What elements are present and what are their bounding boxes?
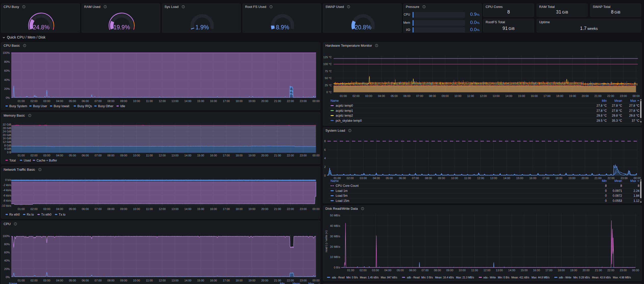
svg-text:60%: 60% [4,251,10,254]
svg-text:03:00: 03:00 [372,269,379,272]
svg-text:Mean: Mean [614,99,622,103]
svg-text:05:00: 05:00 [397,269,404,272]
svg-text:11:00: 11:00 [146,207,153,211]
svg-text:22:00: 22:00 [607,94,614,97]
svg-text:06:00: 06:00 [82,207,89,211]
svg-text:23:00: 23:00 [300,279,307,282]
svg-text:20%: 20% [4,267,10,270]
svg-text:21:00: 21:00 [595,177,602,180]
svg-text:sdb - Write: sdb - Write [559,276,571,279]
svg-text:12:00: 12:00 [159,100,166,103]
svg-text:14:00: 14:00 [184,100,192,103]
svg-text:35.3 °C: 35.3 °C [612,119,622,122]
svg-text:8 GiB: 8 GiB [4,144,11,147]
svg-text:07:00: 07:00 [416,94,423,97]
svg-text:11:00: 11:00 [146,279,153,282]
svg-text:18:00: 18:00 [236,279,243,282]
svg-text:19:00: 19:00 [248,279,256,282]
svg-text:07:00: 07:00 [95,100,102,103]
svg-text:Max: Max [308,282,314,284]
svg-text:12:00: 12:00 [159,154,166,157]
svg-text:17:00: 17:00 [223,207,230,211]
svg-text:CPU Core Count: CPU Core Count [336,184,359,188]
svg-text:21:00: 21:00 [274,279,281,282]
svg-text:16:00: 16:00 [529,177,536,180]
svg-text:30 MB/s: 30 MB/s [330,235,340,238]
svg-text:08:00: 08:00 [425,177,432,180]
svg-text:Min: Min [602,99,607,103]
svg-text:24.8%: 24.8% [33,24,49,31]
svg-text:4 GiB: 4 GiB [4,147,11,150]
svg-text:06:00: 06:00 [82,279,89,282]
svg-text:08:00: 08:00 [429,94,436,97]
svg-text:07:00: 07:00 [95,279,102,282]
svg-text:07:00: 07:00 [412,177,419,180]
svg-text:16:00: 16:00 [210,279,217,282]
svg-text:16:00: 16:00 [210,100,217,103]
svg-text:37 °C: 37 °C [632,119,639,122]
svg-text:10:00: 10:00 [133,154,140,157]
svg-text:07:00: 07:00 [422,269,429,272]
svg-text:12:00: 12:00 [483,269,490,272]
svg-text:04:00: 04:00 [56,100,63,103]
svg-text:16:00: 16:00 [533,269,540,272]
svg-text:22:00: 22:00 [287,154,294,157]
svg-text:sda - Write: sda - Write [483,276,496,279]
svg-text:100%: 100% [3,234,10,238]
svg-text:Load 1m: Load 1m [336,189,348,193]
svg-text:10:00: 10:00 [454,94,461,97]
svg-text:50 °C: 50 °C [325,77,332,80]
svg-text:08:00: 08:00 [107,279,115,282]
svg-text:09:00: 09:00 [120,279,127,282]
svg-text:sdb - Read: sdb - Read [407,276,420,279]
svg-text:12:00: 12:00 [477,177,484,180]
svg-text:1.84: 1.84 [634,194,640,197]
svg-text:-8 kb/s: -8 kb/s [3,199,11,202]
svg-text:-6 kb/s: -6 kb/s [3,194,11,197]
svg-text:10:00: 10:00 [133,279,140,282]
svg-text:20%: 20% [4,87,10,90]
svg-text:Load 5m: Load 5m [336,194,348,197]
svg-text:Idle: Idle [120,104,125,108]
svg-text:02:00: 02:00 [347,177,354,180]
svg-text:12:00: 12:00 [159,279,166,282]
svg-text:18:00: 18:00 [236,154,243,157]
svg-text:Max: 21.3 MB/s: Max: 21.3 MB/s [456,276,474,279]
svg-text:02:00: 02:00 [31,207,38,211]
svg-text:09:00: 09:00 [120,207,127,211]
svg-text:10 MB/s: 10 MB/s [330,255,340,258]
svg-text:05:00: 05:00 [69,154,76,157]
svg-text:06:00: 06:00 [409,269,416,272]
svg-text:Busy Iowait: Busy Iowait [54,104,69,108]
svg-text:Min: 9.28 kB/s: Min: 9.28 kB/s [573,276,590,279]
svg-text:Busy IRQs: Busy IRQs [78,104,92,108]
svg-text:05:00: 05:00 [69,207,76,211]
svg-text:00:00: 00:00 [312,279,320,282]
svg-text:13:00: 13:00 [493,94,500,97]
svg-text:04:00: 04:00 [384,269,392,272]
svg-text:03:00: 03:00 [360,177,367,180]
svg-text:Load 15m: Load 15m [336,199,349,203]
svg-text:23:00: 23:00 [300,154,307,157]
svg-text:Min: Min [280,282,285,284]
svg-text:09:00: 09:00 [120,154,127,157]
svg-text:19.9%: 19.9% [113,24,130,31]
svg-text:8: 8 [638,184,639,188]
svg-text:14:00: 14:00 [508,269,515,272]
svg-text:09:00: 09:00 [120,100,127,103]
svg-text:10:00: 10:00 [451,177,458,180]
svg-text:27.8 °C: 27.8 °C [597,104,607,107]
svg-text:0.0872: 0.0872 [613,194,622,197]
svg-text:21:00: 21:00 [274,100,281,103]
svg-text:11:00: 11:00 [464,177,471,180]
svg-text:20:00: 20:00 [261,207,268,211]
svg-text:14:00: 14:00 [184,279,192,282]
svg-text:02:00: 02:00 [31,154,38,157]
svg-text:21:00: 21:00 [274,207,281,211]
svg-text:18:00: 18:00 [558,269,565,272]
svg-text:00:00: 00:00 [312,207,320,211]
svg-text:19:00: 19:00 [570,269,577,272]
svg-text:20 GiB: 20 GiB [3,133,11,137]
svg-text:Busy Other: Busy Other [98,104,113,108]
svg-text:16 GiB: 16 GiB [3,137,11,140]
